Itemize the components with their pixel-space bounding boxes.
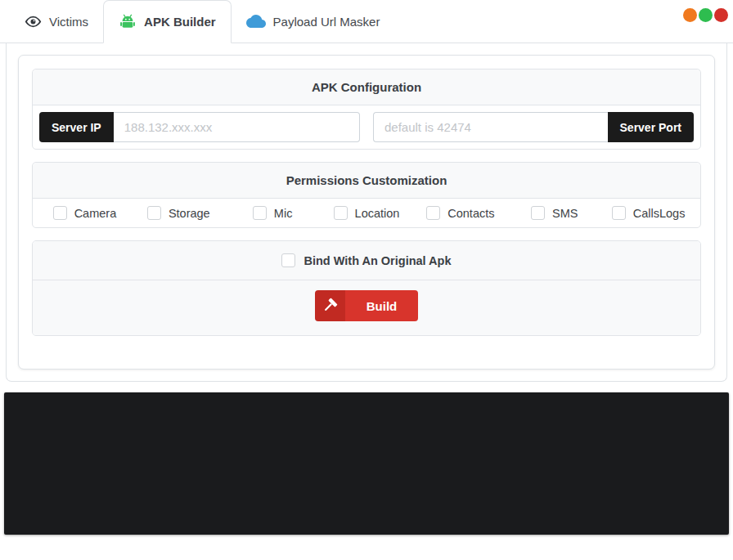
contacts-checkbox[interactable] bbox=[426, 206, 440, 220]
hammer-icon bbox=[315, 290, 345, 321]
permission-mic[interactable]: Mic bbox=[226, 206, 320, 220]
window-controls bbox=[683, 8, 728, 22]
apk-builder-panel: APK Configuration Server IP Server Port … bbox=[18, 55, 715, 370]
build-button[interactable]: Build bbox=[315, 290, 419, 321]
permission-camera[interactable]: Camera bbox=[38, 206, 132, 220]
apk-configuration-body: Server IP Server Port bbox=[33, 105, 700, 149]
permission-label: SMS bbox=[552, 207, 578, 220]
storage-checkbox[interactable] bbox=[147, 206, 161, 220]
permission-label: CallsLogs bbox=[633, 207, 686, 220]
apk-configuration-title: APK Configuration bbox=[33, 69, 700, 105]
server-port-input[interactable] bbox=[373, 112, 608, 142]
permission-contacts[interactable]: Contacts bbox=[413, 206, 507, 220]
server-ip-input[interactable] bbox=[114, 112, 360, 142]
tab-victims[interactable]: Victims bbox=[10, 0, 103, 43]
cloud-icon bbox=[246, 13, 266, 29]
permission-label: Storage bbox=[169, 207, 210, 220]
server-ip-label: Server IP bbox=[39, 112, 114, 142]
server-port-group: Server Port bbox=[373, 112, 694, 142]
permission-label: Camera bbox=[74, 207, 117, 220]
server-port-label: Server Port bbox=[608, 112, 694, 142]
build-console[interactable] bbox=[4, 392, 729, 535]
bind-section: Bind With An Original Apk bbox=[33, 241, 700, 280]
bind-apk-label: Bind With An Original Apk bbox=[304, 254, 451, 267]
permission-label: Location bbox=[355, 207, 400, 220]
android-icon bbox=[119, 14, 137, 30]
build-section: Build bbox=[33, 280, 700, 335]
callslogs-checkbox[interactable] bbox=[612, 206, 626, 220]
permission-storage[interactable]: Storage bbox=[132, 206, 226, 220]
eye-icon bbox=[25, 13, 42, 30]
permissions-card: Permissions Customization Camera Storage… bbox=[32, 162, 701, 228]
permission-label: Contacts bbox=[447, 207, 494, 220]
tab-content-panel: APK Configuration Server IP Server Port … bbox=[6, 43, 727, 382]
permission-location[interactable]: Location bbox=[320, 206, 414, 220]
permissions-row: Camera Storage Mic Location Contacts bbox=[33, 199, 700, 227]
location-checkbox[interactable] bbox=[334, 206, 348, 220]
tab-apk-builder[interactable]: APK Builder bbox=[103, 0, 232, 43]
permission-label: Mic bbox=[274, 207, 293, 220]
tab-bar: Victims APK Builder Payload Url Masker bbox=[0, 0, 733, 43]
tab-label: Victims bbox=[49, 15, 88, 29]
window-dot-red[interactable] bbox=[714, 8, 728, 22]
window-dot-green[interactable] bbox=[699, 8, 713, 22]
permission-callslogs[interactable]: CallsLogs bbox=[601, 206, 695, 220]
server-ip-group: Server IP bbox=[39, 112, 360, 142]
apk-configuration-card: APK Configuration Server IP Server Port bbox=[32, 69, 701, 150]
permission-sms[interactable]: SMS bbox=[507, 206, 601, 220]
bind-build-card: Bind With An Original Apk Build bbox=[32, 240, 701, 336]
permissions-title: Permissions Customization bbox=[33, 163, 700, 199]
window-dot-orange[interactable] bbox=[683, 8, 697, 22]
sms-checkbox[interactable] bbox=[531, 206, 545, 220]
bind-apk-checkbox[interactable] bbox=[281, 253, 295, 267]
tab-label: Payload Url Masker bbox=[273, 15, 380, 29]
tab-payload-url-masker[interactable]: Payload Url Masker bbox=[232, 0, 395, 43]
camera-checkbox[interactable] bbox=[53, 206, 67, 220]
tab-label: APK Builder bbox=[144, 15, 216, 29]
build-button-label: Build bbox=[345, 290, 419, 321]
mic-checkbox[interactable] bbox=[253, 206, 267, 220]
